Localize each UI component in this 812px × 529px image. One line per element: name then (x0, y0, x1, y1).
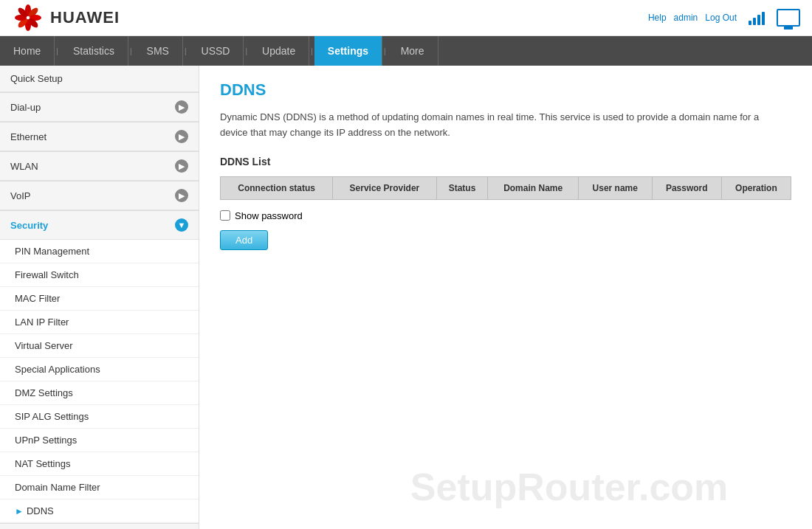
top-bar: HUAWEI Help admin Log Out (0, 0, 812, 36)
nav-ussd[interactable]: USSD (188, 36, 244, 66)
sidebar-item-pin-management[interactable]: PIN Management (0, 240, 199, 263)
sidebar-section-ethernet: Ethernet ▶ (0, 122, 199, 152)
nav-more[interactable]: More (388, 36, 438, 66)
chevron-right-icon-wlan: ▶ (175, 159, 188, 173)
ddns-table: Connection status Service Provider Statu… (220, 176, 791, 200)
main-content: DDNS Dynamic DNS (DDNS) is a method of u… (199, 66, 812, 529)
sidebar-item-ethernet[interactable]: Ethernet ▶ (0, 122, 199, 151)
sidebar-item-voip[interactable]: VoIP ▶ (0, 181, 199, 210)
col-operation: Operation (721, 176, 791, 199)
sidebar-item-wlan[interactable]: WLAN ▶ (0, 152, 199, 181)
sidebar-section-system: System ▶ (0, 524, 199, 529)
col-connection-status: Connection status (221, 176, 333, 199)
nav-home[interactable]: Home (0, 36, 55, 66)
page-title: DDNS (220, 80, 791, 100)
signal-icon (749, 10, 765, 25)
col-status: Status (436, 176, 488, 199)
sidebar-section-security: Security ▼ PIN Management Firewall Switc… (0, 211, 199, 524)
nav-sms[interactable]: SMS (134, 36, 183, 66)
main-nav: Home | Statistics | SMS | USSD | Update … (0, 36, 812, 66)
add-button[interactable]: Add (220, 230, 268, 250)
top-links: Help admin Log Out (648, 13, 737, 23)
chevron-right-icon-voip: ▶ (175, 189, 188, 202)
security-sub-menu: PIN Management Firewall Switch MAC Filte… (0, 240, 199, 523)
sidebar-item-domain-name-filter[interactable]: Domain Name Filter (0, 476, 199, 499)
sidebar-item-special-applications[interactable]: Special Applications (0, 358, 199, 381)
chevron-down-icon-security: ▼ (175, 218, 188, 232)
monitor-icon (777, 9, 800, 27)
chevron-right-icon: ▶ (175, 100, 188, 114)
sidebar-item-quicksetup[interactable]: Quick Setup (0, 66, 199, 92)
top-bar-right: Help admin Log Out (648, 9, 800, 27)
sidebar-item-virtual-server[interactable]: Virtual Server (0, 334, 199, 358)
show-password-label: Show password (235, 210, 303, 221)
col-service-provider: Service Provider (333, 176, 436, 199)
sidebar-item-security[interactable]: Security ▼ (0, 211, 199, 240)
nav-settings[interactable]: Settings (314, 36, 382, 66)
sidebar-item-system[interactable]: System ▶ (0, 524, 199, 529)
description: Dynamic DNS (DDNS) is a method of updati… (220, 110, 781, 141)
col-password: Password (652, 176, 721, 199)
logo-text: HUAWEI (50, 8, 120, 27)
sidebar-section-quicksetup: Quick Setup (0, 66, 199, 93)
show-password-row: Show password (220, 210, 791, 221)
help-link[interactable]: Help (648, 13, 667, 23)
sidebar-section-voip: VoIP ▶ (0, 181, 199, 211)
logout-link[interactable]: Log Out (705, 13, 737, 23)
admin-link[interactable]: admin (674, 13, 698, 23)
nav-update[interactable]: Update (249, 36, 309, 66)
chevron-right-icon-ethernet: ▶ (175, 130, 188, 143)
sidebar-item-lan-ip-filter[interactable]: LAN IP Filter (0, 311, 199, 334)
sidebar: Quick Setup Dial-up ▶ Ethernet ▶ WLAN ▶ … (0, 66, 199, 529)
col-username: User name (578, 176, 652, 199)
sidebar-item-mac-filter[interactable]: MAC Filter (0, 287, 199, 311)
section-title: DDNS List (220, 156, 791, 167)
layout: Quick Setup Dial-up ▶ Ethernet ▶ WLAN ▶ … (0, 66, 812, 529)
watermark: SetupRouter.com (410, 465, 729, 509)
sidebar-item-upnp-settings[interactable]: UPnP Settings (0, 429, 199, 452)
sidebar-item-sip-alg[interactable]: SIP ALG Settings (0, 405, 199, 429)
sidebar-section-wlan: WLAN ▶ (0, 152, 199, 181)
sidebar-item-firewall-switch[interactable]: Firewall Switch (0, 263, 199, 287)
sidebar-item-nat-settings[interactable]: NAT Settings (0, 452, 199, 476)
active-arrow-icon: ► (15, 506, 24, 516)
col-domain-name: Domain Name (488, 176, 578, 199)
huawei-logo-icon (12, 4, 44, 31)
sidebar-item-ddns[interactable]: ► DDNS (0, 499, 199, 523)
show-password-checkbox[interactable] (220, 210, 230, 221)
sidebar-item-dmz-settings[interactable]: DMZ Settings (0, 381, 199, 405)
sidebar-section-dialup: Dial-up ▶ (0, 93, 199, 122)
sidebar-item-dialup[interactable]: Dial-up ▶ (0, 93, 199, 122)
nav-statistics[interactable]: Statistics (60, 36, 128, 66)
logo: HUAWEI (12, 4, 120, 31)
